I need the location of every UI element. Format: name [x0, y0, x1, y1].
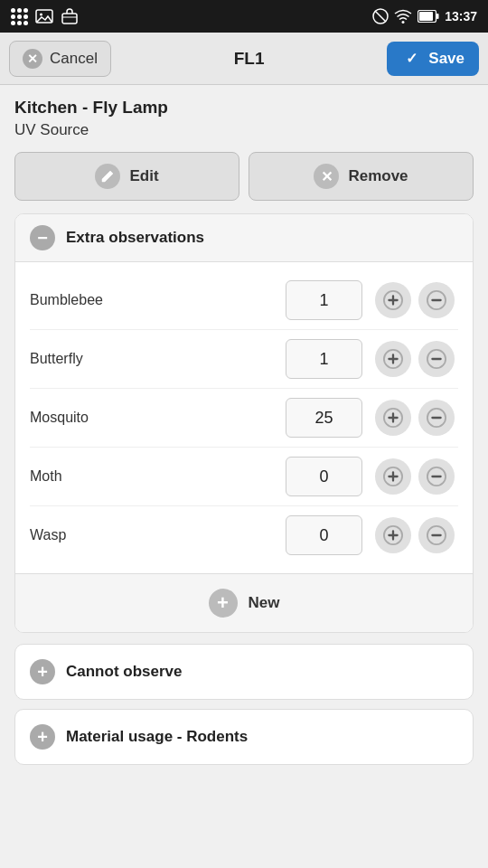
- main-content: Kitchen - Fly Lamp UV Source Edit ✕ Remo…: [0, 85, 488, 765]
- obs-decrement-wasp[interactable]: [418, 517, 455, 553]
- obs-decrement-butterfly[interactable]: [418, 341, 455, 377]
- obs-label-bumblebee: Bumblebee: [30, 292, 286, 308]
- obs-label-mosquito: Mosquito: [30, 410, 286, 426]
- location-subtitle: UV Source: [14, 121, 474, 139]
- observation-row-butterfly: Butterfly 1: [30, 330, 458, 389]
- new-plus-icon: +: [209, 589, 238, 618]
- obs-increment-wasp[interactable]: [375, 517, 411, 553]
- wifi-icon: [394, 9, 412, 24]
- material-usage-row[interactable]: + Material usage - Rodents: [15, 710, 473, 764]
- save-button[interactable]: ✓ Save: [387, 42, 479, 76]
- status-icons-left: [11, 7, 79, 25]
- battery-icon: [418, 10, 439, 23]
- extra-observations-title: Extra observations: [66, 229, 204, 247]
- obs-label-wasp: Wasp: [30, 527, 286, 543]
- edit-icon: [95, 164, 120, 189]
- page-title: FL1: [234, 49, 265, 69]
- obs-value-butterfly[interactable]: 1: [286, 339, 362, 379]
- time-display: 13:37: [445, 9, 477, 24]
- remove-icon: ✕: [314, 164, 339, 189]
- new-label: New: [249, 594, 280, 612]
- svg-line-5: [375, 11, 386, 22]
- image-icon: [35, 7, 53, 25]
- observation-row-wasp: Wasp 0: [30, 506, 458, 564]
- material-usage-label: Material usage - Rodents: [66, 728, 248, 746]
- status-bar: 13:37: [0, 0, 488, 33]
- svg-rect-2: [62, 14, 77, 24]
- obs-value-moth[interactable]: 0: [286, 457, 362, 496]
- obs-value-bumblebee[interactable]: 1: [286, 280, 362, 320]
- obs-increment-bumblebee[interactable]: [375, 282, 411, 318]
- obs-decrement-bumblebee[interactable]: [418, 282, 455, 318]
- extra-observations-section: − Extra observations Bumblebee 1: [14, 213, 474, 633]
- obs-label-moth: Moth: [30, 468, 286, 485]
- cannot-observe-expand-icon: +: [30, 659, 55, 684]
- svg-rect-8: [419, 12, 433, 21]
- action-row: Edit ✕ Remove: [14, 152, 474, 201]
- cancel-label: Cancel: [50, 50, 98, 68]
- observations-list: Bumblebee 1 Butte: [15, 262, 473, 573]
- obs-decrement-moth[interactable]: [418, 458, 455, 495]
- collapse-icon: −: [30, 225, 55, 250]
- observation-row-bumblebee: Bumblebee 1: [30, 271, 458, 330]
- extra-observations-header[interactable]: − Extra observations: [15, 214, 473, 262]
- cannot-observe-label: Cannot observe: [66, 663, 182, 681]
- header: ✕ Cancel FL1 ✓ Save: [0, 33, 488, 85]
- edit-label: Edit: [129, 167, 158, 185]
- svg-point-6: [402, 21, 405, 24]
- material-usage-section: + Material usage - Rodents: [14, 709, 474, 765]
- svg-rect-9: [436, 14, 439, 19]
- cannot-observe-row[interactable]: + Cannot observe: [15, 645, 473, 699]
- observation-row-mosquito: Mosquito 25: [30, 389, 458, 448]
- obs-value-mosquito[interactable]: 25: [286, 398, 362, 438]
- obs-increment-butterfly[interactable]: [375, 341, 411, 377]
- no-sign-icon: [372, 8, 389, 24]
- obs-increment-moth[interactable]: [375, 458, 411, 495]
- obs-decrement-mosquito[interactable]: [418, 400, 455, 436]
- location-title: Kitchen - Fly Lamp: [14, 98, 474, 118]
- svg-point-1: [40, 14, 42, 16]
- save-label: Save: [428, 50, 465, 68]
- edit-button[interactable]: Edit: [14, 152, 239, 201]
- obs-label-butterfly: Butterfly: [30, 351, 286, 367]
- remove-label: Remove: [348, 167, 408, 185]
- cancel-icon: ✕: [23, 49, 42, 69]
- cancel-button[interactable]: ✕ Cancel: [9, 41, 111, 77]
- dots-icon: [11, 8, 28, 25]
- new-observation-button[interactable]: + New: [15, 573, 473, 632]
- material-usage-expand-icon: +: [30, 724, 55, 750]
- obs-value-wasp[interactable]: 0: [286, 515, 362, 555]
- bag-icon: [61, 7, 79, 25]
- observation-row-moth: Moth 0: [30, 448, 458, 506]
- checkmark-icon: ✓: [401, 49, 421, 69]
- status-right: 13:37: [372, 8, 477, 24]
- remove-button[interactable]: ✕ Remove: [249, 152, 474, 201]
- obs-increment-mosquito[interactable]: [375, 400, 411, 436]
- cannot-observe-section: + Cannot observe: [14, 644, 474, 700]
